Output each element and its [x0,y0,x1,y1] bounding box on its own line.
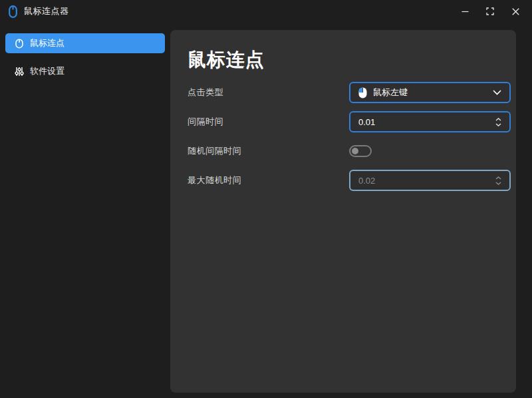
interval-stepper[interactable] [495,118,504,126]
window-title: 鼠标连点器 [24,5,69,17]
chevron-down-icon [495,182,501,185]
minimize-button[interactable] [452,0,477,23]
random-interval-row: 随机间隔时间 [188,140,511,162]
sidebar: 鼠标连点 软件设置 [0,23,170,89]
toggle-knob [352,148,358,154]
close-icon [512,8,519,15]
max-random-stepper[interactable] [495,176,504,185]
interval-row: 间隔时间 [188,111,511,132]
click-type-value: 鼠标左键 [373,87,408,99]
click-type-dropdown[interactable]: 鼠标左键 [349,82,511,103]
random-interval-toggle[interactable] [349,145,372,157]
max-random-row: 最大随机时间 [188,170,511,191]
interval-input[interactable] [350,117,495,127]
chevron-up-icon [495,176,501,180]
maximize-button[interactable] [477,0,503,23]
app-mouse-icon [9,5,17,18]
chevron-up-icon [495,118,501,121]
chevron-down-icon [493,90,501,95]
page-title: 鼠标连点 [188,49,511,71]
sidebar-item-label: 鼠标连点 [30,37,65,49]
minimize-icon [462,8,469,15]
sidebar-item-mouse-click[interactable]: 鼠标连点 [5,33,165,53]
sidebar-item-label: 软件设置 [30,65,65,77]
max-random-label: 最大随机时间 [188,174,241,186]
sidebar-item-settings[interactable]: 软件设置 [5,61,165,81]
window-controls [452,0,532,23]
close-button[interactable] [503,0,528,23]
mouse-left-button-icon [358,87,367,99]
mouse-click-icon [14,39,24,49]
sliders-icon [14,67,24,77]
click-type-label: 点击类型 [188,87,223,99]
interval-label: 间隔时间 [188,116,223,128]
interval-numbox [349,111,511,132]
titlebar: 鼠标连点器 [0,0,532,23]
random-interval-label: 随机间隔时间 [188,145,241,157]
main-panel: 鼠标连点 点击类型 鼠标左键 [170,30,516,393]
max-random-input[interactable] [350,176,495,186]
click-type-row: 点击类型 鼠标左键 [188,82,511,103]
max-random-numbox [349,170,511,191]
chevron-down-icon [495,123,501,126]
maximize-icon [486,7,494,15]
